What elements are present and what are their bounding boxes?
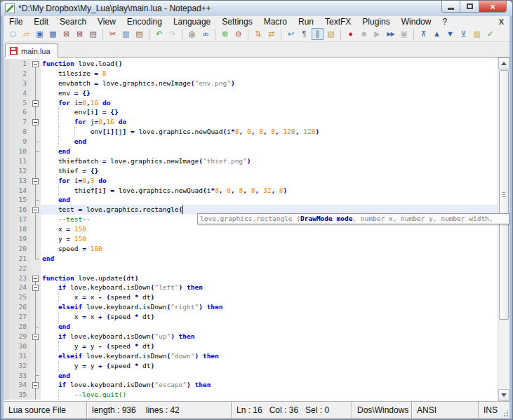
bookmark-margin[interactable] [4, 361, 9, 371]
code-line-11[interactable]: thiefbatch = love.graphics.newImage("thi… [41, 156, 498, 166]
code-line-7[interactable]: for j=0,16 do [41, 117, 498, 127]
code-line-6[interactable]: env[i] = {} [41, 107, 498, 117]
toolbar-next-result-icon[interactable]: ⊻ [458, 28, 469, 40]
bookmark-margin[interactable] [4, 117, 9, 127]
toolbar-cut-icon[interactable]: ✂ [107, 28, 119, 40]
bookmark-margin[interactable] [4, 137, 9, 147]
toolbar-zoom-out-icon[interactable]: ⊖ [232, 28, 244, 40]
fold-collapse-icon[interactable] [32, 61, 39, 67]
fold-marker-34[interactable] [30, 380, 41, 390]
code-line-23[interactable]: function love.update(dt) [41, 273, 498, 283]
tab-main-lua[interactable]: main.lua [5, 43, 58, 57]
toolbar-redo-icon[interactable]: ↷ [166, 28, 178, 40]
toolbar-macro-save-icon[interactable]: ▣ [398, 28, 410, 40]
fold-collapse-icon[interactable] [32, 382, 39, 388]
code-line-19[interactable]: y = 150 [41, 234, 498, 244]
fold-collapse-icon[interactable] [32, 119, 39, 126]
bookmark-margin[interactable] [4, 341, 9, 351]
code-line-30[interactable]: y = y - (speed * dt) [41, 341, 498, 351]
code-line-21[interactable]: end [41, 254, 498, 264]
title-bar[interactable]: *D:\My Dropbox\My_Lua\play\main.lua - No… [1, 1, 512, 16]
fold-collapse-icon[interactable] [32, 285, 39, 291]
bookmark-margin[interactable] [4, 273, 9, 283]
toolbar-zoom-in-icon[interactable]: ⊕ [219, 28, 231, 40]
code-line-27[interactable]: x = x + (speed * dt) [41, 312, 498, 322]
toolbar-indent-guide-icon[interactable]: ∥ [312, 28, 324, 40]
toolbar-open-folder-icon[interactable]: ▱ [20, 28, 32, 40]
fold-marker-13[interactable] [30, 176, 41, 186]
toolbar-save-all-icon[interactable]: ▦ [47, 28, 59, 40]
bookmark-margin[interactable] [4, 147, 9, 156]
toolbar-prev-mark-icon[interactable]: ▲ [431, 28, 443, 40]
code-line-28[interactable]: end [41, 322, 498, 332]
code-line-26[interactable]: elseif love.keyboard.isDown("right") the… [41, 302, 498, 312]
toolbar-macro-play-icon[interactable]: ▶ [371, 28, 383, 40]
menubar-close-button[interactable]: X [493, 18, 509, 26]
toolbar-close-all-icon[interactable]: ⊠ [74, 28, 86, 40]
code-line-14[interactable]: thief[i] = love.graphics.newQuad(i*8, 0,… [41, 186, 498, 196]
toolbar-spell-check-icon[interactable]: ✓ [484, 28, 496, 40]
toolbar-next-mark-icon[interactable]: ▼ [444, 28, 456, 40]
toolbar-macro-run-multiple-icon[interactable]: ▶▶ [385, 28, 397, 40]
bookmark-margin[interactable] [4, 244, 9, 254]
bookmark-margin[interactable] [4, 79, 9, 88]
code-line-22[interactable] [41, 264, 498, 273]
close-button[interactable]: × [479, 1, 507, 13]
menu-item-encoding[interactable]: Encoding [121, 17, 168, 27]
menu-item-search[interactable]: Search [54, 17, 92, 27]
menu-item-macro[interactable]: Macro [258, 17, 293, 27]
scroll-down-arrow[interactable] [498, 389, 509, 401]
bookmark-margin[interactable] [4, 322, 9, 332]
fold-marker-24[interactable] [30, 283, 41, 292]
bookmark-margin[interactable] [4, 224, 9, 234]
bookmark-margin[interactable] [4, 234, 9, 244]
bookmark-margin[interactable] [4, 351, 9, 361]
bookmark-margin[interactable] [4, 166, 9, 176]
vertical-scrollbar[interactable] [498, 57, 509, 401]
toolbar-find-icon[interactable]: ◎ [186, 28, 198, 40]
toolbar-prev-result-icon[interactable]: ⊼ [418, 28, 429, 40]
bookmark-margin[interactable] [4, 332, 9, 341]
toolbar-paste-icon[interactable]: ▤ [133, 28, 145, 40]
code-line-5[interactable]: for i=0,16 do [41, 98, 498, 108]
toolbar-doc-switcher-icon[interactable]: ▥ [471, 28, 483, 40]
code-line-10[interactable]: end [41, 147, 498, 156]
bookmark-margin[interactable] [4, 215, 9, 224]
menu-item-[interactable]: ? [437, 17, 453, 27]
code-line-18[interactable]: x = 150 [41, 224, 498, 234]
bookmark-margin[interactable] [4, 127, 9, 137]
bookmark-margin[interactable] [4, 107, 9, 117]
minimize-button[interactable] [441, 1, 460, 13]
fold-collapse-icon[interactable] [32, 276, 39, 282]
bookmark-margin[interactable] [4, 254, 9, 264]
code-line-1[interactable]: function love.load() [41, 59, 498, 69]
menu-item-run[interactable]: Run [293, 17, 319, 27]
fold-collapse-icon[interactable] [32, 100, 39, 107]
scroll-up-arrow[interactable] [498, 57, 509, 69]
menu-item-file[interactable]: File [4, 17, 28, 27]
bookmark-margin[interactable] [4, 302, 9, 312]
code-line-2[interactable]: tilesize = 8 [41, 69, 498, 79]
code-line-33[interactable]: end [41, 371, 498, 381]
bookmark-margin[interactable] [4, 195, 9, 205]
toolbar-sync-vertical-icon[interactable]: ⇅ [252, 28, 264, 40]
bookmark-margin[interactable] [4, 283, 9, 292]
bookmark-margin[interactable] [4, 176, 9, 186]
menu-item-view[interactable]: View [92, 17, 121, 27]
bookmark-margin[interactable] [4, 186, 9, 196]
code-line-8[interactable]: env[i][j] = love.graphics.newQuad(i*8, 0… [41, 127, 498, 137]
code-line-12[interactable]: thief = {} [41, 166, 498, 176]
bookmark-margin[interactable] [4, 312, 9, 322]
code-line-35[interactable]: --love.quit() [41, 390, 498, 400]
bookmark-margin[interactable] [4, 292, 9, 302]
toolbar-close-file-icon[interactable]: ⊠ [60, 28, 72, 40]
code-line-25[interactable]: x = x - (speed * dt) [41, 292, 498, 302]
menu-item-window[interactable]: Window [396, 17, 437, 27]
menu-item-language[interactable]: Language [168, 17, 216, 27]
code-line-31[interactable]: elseif love.keyboard.isDown("down") then [41, 351, 498, 361]
fold-marker-16[interactable] [30, 205, 41, 215]
bookmark-margin[interactable] [4, 264, 9, 273]
menu-item-textfx[interactable]: TextFX [319, 17, 357, 27]
bookmark-margin[interactable] [4, 156, 9, 166]
fold-marker-1[interactable] [30, 59, 41, 69]
